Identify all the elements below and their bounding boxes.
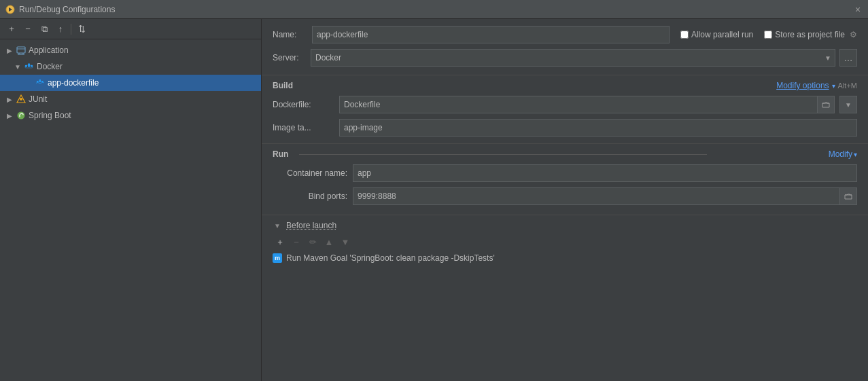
add-config-button[interactable]: + xyxy=(4,22,19,37)
tree-expand-spring[interactable]: ▶ xyxy=(5,111,14,120)
dockerfile-label: Dockerfile: xyxy=(273,100,334,109)
tree-item-label-app-dockerfile: app-dockerfile xyxy=(48,78,99,88)
svg-rect-15 xyxy=(41,81,44,82)
folder-icon xyxy=(822,101,830,108)
name-input[interactable] xyxy=(312,26,670,43)
svg-rect-14 xyxy=(39,79,41,81)
before-launch-edit-button[interactable]: ✏ xyxy=(305,234,320,249)
before-launch-add-button[interactable]: + xyxy=(273,234,288,249)
modify-run-chevron: ▾ xyxy=(854,151,857,158)
svg-point-18 xyxy=(18,112,25,120)
modify-options-chevron: ▾ xyxy=(832,82,835,90)
allow-parallel-checkbox[interactable] xyxy=(680,31,689,39)
sort-config-button[interactable]: ⇅ xyxy=(74,22,89,37)
before-launch-header: ▼ Before launch xyxy=(273,221,857,230)
before-launch-toolbar: + − ✏ ▲ ▼ xyxy=(273,234,857,249)
server-settings-button[interactable]: … xyxy=(839,49,857,67)
run-title-wrap: Run xyxy=(273,149,707,159)
before-launch-moveup-button[interactable]: ▲ xyxy=(322,234,336,249)
move-config-button[interactable]: ↑ xyxy=(53,22,68,37)
maven-item-text: Run Maven Goal 'SpringBoot: clean packag… xyxy=(286,253,495,263)
svg-rect-12 xyxy=(37,81,39,82)
tree-expand-docker[interactable]: ▼ xyxy=(14,62,22,71)
junit-icon xyxy=(16,94,26,104)
tree-item-app-dockerfile[interactable]: ▶ app-dockerfile xyxy=(0,75,261,91)
run-debug-icon xyxy=(5,5,15,14)
modify-run-label[interactable]: Modify xyxy=(829,149,852,159)
image-tag-input[interactable] xyxy=(339,119,857,137)
server-select[interactable]: Docker xyxy=(311,49,835,67)
before-launch-maven-item[interactable]: m Run Maven Goal 'SpringBoot: clean pack… xyxy=(273,252,857,264)
store-project-settings-icon[interactable]: ⚙ xyxy=(850,30,857,39)
tree-expand-application[interactable]: ▶ xyxy=(5,46,14,54)
spring-icon xyxy=(16,111,26,120)
bind-ports-label: Bind ports: xyxy=(273,192,347,201)
run-section-line xyxy=(299,154,707,155)
remove-config-button[interactable]: − xyxy=(20,22,35,37)
before-launch-toggle[interactable]: ▼ xyxy=(273,221,282,230)
left-panel: + − ⧉ ↑ ⇅ ▶ Application xyxy=(0,19,262,381)
title-bar: Run/Debug Configurations × xyxy=(0,0,868,19)
dockerfile-input[interactable] xyxy=(339,96,835,113)
title-bar-left: Run/Debug Configurations xyxy=(5,5,115,14)
dropdown-arrow-icon: ▼ xyxy=(845,101,852,109)
before-launch-section: ▼ Before launch + − ✏ ▲ ▼ m Run Maven Go… xyxy=(262,215,868,264)
tree-item-spring-boot[interactable]: ▶ Spring Boot xyxy=(0,107,261,124)
dockerfile-input-wrap xyxy=(339,96,835,113)
right-panel: Name: Allow parallel run Store as projec… xyxy=(262,19,868,381)
tree-item-label-spring-boot: Spring Boot xyxy=(29,111,71,120)
maven-icon: m xyxy=(273,253,282,263)
tree-item-docker[interactable]: ▼ Docker xyxy=(0,58,261,75)
before-launch-remove-button[interactable]: − xyxy=(289,234,304,249)
tree-item-label-junit: JUnit xyxy=(29,94,47,104)
server-label: Server: xyxy=(273,53,307,62)
title-bar-close[interactable]: × xyxy=(853,5,863,14)
bind-ports-browse-button[interactable] xyxy=(839,187,857,205)
svg-rect-2 xyxy=(17,47,25,53)
before-launch-title: Before launch xyxy=(286,221,336,230)
name-label: Name: xyxy=(273,30,304,39)
title-bar-title: Run/Debug Configurations xyxy=(19,5,115,14)
modify-options-button[interactable]: Modify options ▾ Alt+M xyxy=(776,81,857,90)
image-tag-row: Image ta... xyxy=(262,117,868,141)
app-dockerfile-icon xyxy=(35,78,45,88)
bind-ports-input[interactable] xyxy=(353,187,857,205)
docker-icon xyxy=(24,62,34,71)
build-section-header: Build Modify options ▾ Alt+M xyxy=(262,75,868,94)
allow-parallel-label[interactable]: Allow parallel run xyxy=(680,30,753,39)
header-row-top: Name: Allow parallel run Store as projec… xyxy=(262,19,868,48)
run-section-title: Run xyxy=(273,149,288,159)
bind-ports-folder-icon xyxy=(844,193,852,200)
name-row: Name: xyxy=(273,26,670,43)
tree-item-label-application: Application xyxy=(29,46,69,55)
image-tag-label: Image ta... xyxy=(273,123,334,132)
application-icon xyxy=(16,46,26,55)
dockerfile-extra-button[interactable]: ▼ xyxy=(839,96,857,113)
dockerfile-browse-button[interactable] xyxy=(817,96,835,113)
server-select-wrap: Docker ▼ xyxy=(311,49,835,67)
store-project-checkbox[interactable] xyxy=(764,31,772,39)
modify-options-shortcut: Alt+M xyxy=(838,81,857,90)
before-launch-movedown-button[interactable]: ▼ xyxy=(338,234,353,249)
build-section-title: Build xyxy=(273,81,293,90)
container-name-row: Container name: xyxy=(262,163,868,186)
svg-point-17 xyxy=(20,98,22,101)
bind-ports-row: Bind ports: xyxy=(262,186,868,209)
toolbar-divider xyxy=(71,24,71,35)
tree-item-label-docker: Docker xyxy=(37,62,63,71)
store-project-label[interactable]: Store as project file ⚙ xyxy=(764,30,857,39)
dockerfile-row: Dockerfile: ▼ xyxy=(262,94,868,117)
tree-item-application[interactable]: ▶ Application xyxy=(0,42,261,58)
config-tree: ▶ Application ▼ xyxy=(0,39,261,381)
modify-options-link[interactable]: Modify options xyxy=(776,81,829,90)
tree-expand-junit[interactable]: ▶ xyxy=(5,95,14,103)
modify-run-button[interactable]: Modify ▾ xyxy=(829,149,857,159)
copy-config-button[interactable]: ⧉ xyxy=(37,22,52,37)
svg-rect-13 xyxy=(39,81,41,82)
container-name-label: Container name: xyxy=(273,168,347,178)
container-name-input[interactable] xyxy=(353,164,857,182)
bind-ports-input-wrap xyxy=(353,187,857,205)
tree-item-junit[interactable]: ▶ JUnit xyxy=(0,91,261,107)
top-right-area: Allow parallel run Store as project file… xyxy=(680,30,857,39)
toolbar: + − ⧉ ↑ ⇅ xyxy=(0,19,261,39)
